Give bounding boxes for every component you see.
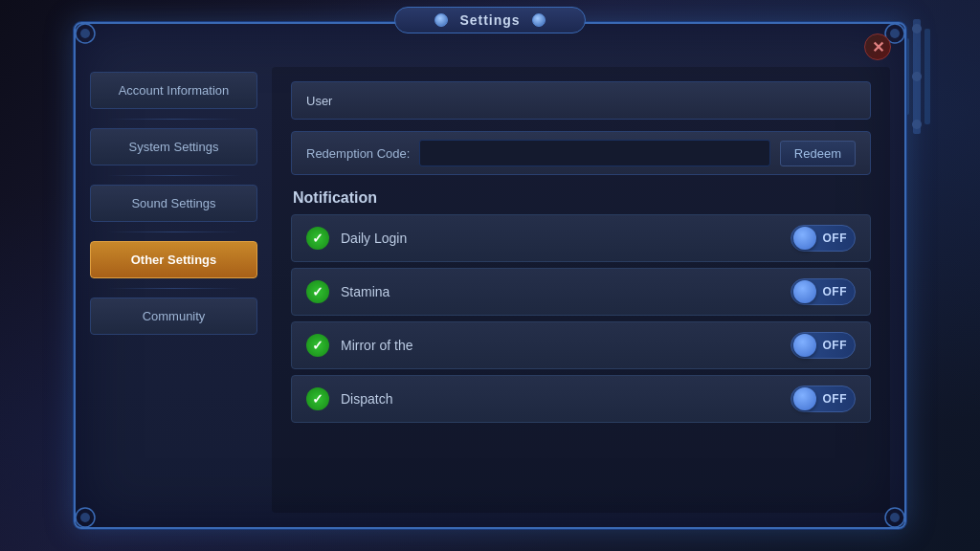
- svg-point-11: [80, 513, 90, 522]
- modal-title: Settings: [459, 12, 520, 28]
- svg-point-9: [890, 29, 900, 38]
- notification-label-dispatch: Dispatch: [341, 391, 779, 407]
- modal-title-bar: Settings: [394, 7, 586, 33]
- svg-point-13: [890, 513, 900, 522]
- modal-body: Account Information System Settings Soun…: [76, 53, 904, 527]
- toggle-dispatch[interactable]: OFF: [791, 386, 856, 412]
- toggle-mirror-of-the[interactable]: OFF: [791, 332, 856, 359]
- notification-label-stamina: Stamina: [341, 284, 779, 299]
- sidebar-divider-4: [90, 282, 257, 294]
- modal-overlay: Settings ✕ Account Information System Se…: [0, 0, 980, 551]
- toggle-stamina[interactable]: OFF: [791, 278, 856, 305]
- toggle-knob-stamina: [793, 280, 816, 303]
- toggle-knob-daily-login: [793, 227, 816, 250]
- notification-item-dispatch: ✓ Dispatch OFF: [291, 375, 871, 423]
- sidebar: Account Information System Settings Soun…: [90, 67, 257, 513]
- notification-label-mirror-of-the: Mirror of the: [341, 338, 779, 353]
- toggle-container-dispatch: OFF: [791, 386, 856, 412]
- toggle-daily-login[interactable]: OFF: [791, 225, 856, 252]
- toggle-text-mirror-of-the: OFF: [823, 339, 848, 352]
- corner-decoration-bl: [72, 504, 99, 531]
- toggle-container-stamina: OFF: [791, 278, 856, 305]
- svg-point-7: [80, 29, 90, 38]
- notification-item-daily-login: ✓ Daily Login OFF: [291, 214, 871, 262]
- toggle-text-stamina: OFF: [823, 285, 848, 298]
- sidebar-item-system-settings[interactable]: System Settings: [90, 128, 257, 165]
- redemption-label: Redemption Code:: [306, 146, 410, 161]
- notification-header: Notification: [291, 189, 871, 207]
- sidebar-item-sound-settings[interactable]: Sound Settings: [90, 185, 257, 222]
- sidebar-divider-3: [90, 226, 257, 237]
- sidebar-item-community[interactable]: Community: [90, 298, 257, 335]
- close-button[interactable]: ✕: [864, 33, 891, 60]
- check-icon-mirror-of-the: ✓: [306, 334, 329, 357]
- check-icon-daily-login: ✓: [306, 227, 329, 250]
- sidebar-item-other-settings[interactable]: Other Settings: [90, 241, 257, 278]
- redemption-code-input[interactable]: [419, 140, 769, 166]
- notification-label-daily-login: Daily Login: [341, 231, 779, 246]
- redemption-code-row: Redemption Code: Redeem: [291, 131, 871, 175]
- notification-item-mirror-of-the: ✓ Mirror of the OFF: [291, 321, 871, 369]
- sidebar-divider-1: [90, 113, 257, 124]
- toggle-knob-mirror-of-the: [793, 334, 816, 357]
- title-gem-left: [434, 13, 448, 27]
- redeem-button[interactable]: Redeem: [780, 141, 856, 166]
- user-section: User: [291, 81, 871, 120]
- toggle-knob-dispatch: [793, 387, 816, 410]
- corner-decoration-br: [881, 504, 908, 531]
- title-gem-right: [532, 13, 546, 27]
- check-icon-dispatch: ✓: [306, 387, 329, 410]
- toggle-text-dispatch: OFF: [823, 392, 848, 406]
- corner-decoration-tl: [72, 20, 99, 47]
- settings-modal: Settings ✕ Account Information System Se…: [74, 22, 906, 529]
- toggle-container-daily-login: OFF: [791, 225, 856, 252]
- sidebar-divider-2: [90, 169, 257, 181]
- main-content-area: User Redemption Code: Redeem Notificatio…: [272, 67, 890, 513]
- check-icon-stamina: ✓: [306, 280, 329, 303]
- sidebar-item-account-information[interactable]: Account Information: [90, 72, 257, 109]
- toggle-text-daily-login: OFF: [823, 231, 848, 245]
- user-label: User: [306, 94, 332, 108]
- toggle-container-mirror-of-the: OFF: [791, 332, 856, 359]
- notification-item-stamina: ✓ Stamina OFF: [291, 268, 871, 316]
